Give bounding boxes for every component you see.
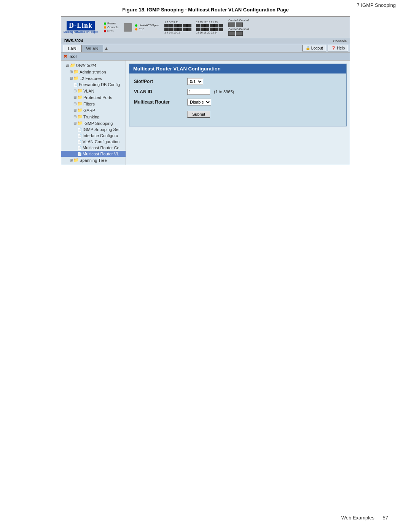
page-number: 57 — [383, 515, 388, 521]
multicast-router-label: Multicast Router — [134, 99, 187, 105]
sidebar-item-filters[interactable]: ⊞ 📁 Filters — [61, 101, 126, 107]
forwarding-doc-icon: 📄 — [73, 83, 78, 87]
sidebar-administration-label: Administration — [80, 70, 106, 74]
content-panel: Multicast Router VLAN Configuration Slot… — [126, 61, 350, 165]
sidebar-vlan-label: VLAN — [83, 89, 94, 93]
sidebar-iface-config-label: Interface Configura — [83, 133, 118, 138]
sidebar-item-multicast-router-vl[interactable]: 📄 Multicast Router VL — [61, 151, 126, 157]
slot-port-control: 0/1 0/2 0/3 — [187, 78, 203, 85]
combo1 — [228, 22, 235, 27]
garp-folder-icon: 📁 — [77, 108, 83, 113]
brand-text: D-Link — [67, 21, 95, 30]
garp-tree-icon: ⊞ — [73, 108, 76, 112]
port-10 — [178, 28, 182, 31]
submit-row: Submit — [134, 109, 342, 118]
sidebar-item-multicast-router-co[interactable]: 📄 Multicast Router Co — [61, 145, 126, 151]
vlan-id-input[interactable] — [187, 89, 210, 95]
st-tree-icon: ⊞ — [70, 158, 73, 162]
sidebar-item-protected-ports[interactable]: ⊞ 📁 Protected Ports — [61, 94, 126, 101]
port-8 — [169, 28, 173, 31]
led-group: Power Console RPS — [104, 22, 118, 33]
vlan-config-doc-icon: 📄 — [77, 140, 82, 144]
page-footer: Web Examples 57 — [341, 515, 388, 521]
sidebar-vlan-config-label: VLAN Configuration — [83, 139, 119, 144]
sidebar-item-vlan[interactable]: ⊞ 📁 VLAN — [61, 88, 126, 94]
tool-icon: ✖ — [64, 54, 67, 59]
sidebar-item-igmp-snooping[interactable]: ⊟ 📁 IGMP Snooping — [61, 120, 126, 126]
pp-tree-icon: ⊞ — [73, 95, 76, 99]
dlink-logo: D-Link Building Networks for People — [64, 21, 98, 34]
port-24 — [219, 28, 223, 31]
figure-caption: Figure 18. IGMP Snooping - Multicast Rou… — [0, 7, 411, 13]
sidebar-item-spanning-tree[interactable]: ⊞ 📁 Spanning Tree — [61, 157, 126, 163]
vlan-folder-icon: 📁 — [77, 88, 83, 93]
sidebar-item-interface-config[interactable]: 📄 Interface Configura — [61, 133, 126, 139]
l2-folder-icon: 📁 — [73, 76, 79, 81]
st-folder-icon: 📁 — [73, 158, 79, 163]
sidebar-root[interactable]: ⊟ 📁 DWS-3024 — [61, 62, 126, 69]
port-3 — [174, 24, 178, 27]
sidebar-item-administration[interactable]: ⊞ 📁 Administration — [61, 69, 126, 75]
power-led-dot — [104, 22, 106, 25]
admin-folder-icon: 📁 — [73, 69, 79, 74]
tabs-left: LAN WLAN ▲ — [63, 45, 109, 52]
slot-port-select[interactable]: 0/1 0/2 0/3 — [187, 78, 203, 85]
link-poe-group: Link/ACT/Spee PoE — [135, 24, 159, 31]
pp-folder-icon: 📁 — [77, 95, 83, 100]
port-7 — [164, 28, 169, 31]
vlan-id-label: VLAN ID — [134, 89, 187, 94]
sidebar-igmp-settings-label: IGMP Snooping Set — [83, 127, 119, 132]
logout-label: Logout — [311, 46, 323, 50]
vlan-tree-icon: ⊞ — [73, 89, 76, 93]
sidebar-item-forwarding[interactable]: 📄 Forwarding DB Config — [61, 81, 126, 88]
port-row-1 — [164, 24, 191, 27]
filters-tree-icon: ⊞ — [73, 102, 76, 106]
port-5 — [183, 24, 187, 27]
multicast-router-row: Multicast Router Disable Enable — [134, 99, 342, 105]
sidebar-l2-label: L2 Features — [80, 76, 102, 81]
submit-button[interactable]: Submit — [187, 111, 210, 118]
slot-port-label: Slot/Port — [134, 79, 187, 84]
combo1-row — [228, 22, 249, 27]
main-area: ⊟ 📁 DWS-3024 ⊞ 📁 Administration ⊟ 📁 L2 F… — [61, 61, 350, 165]
port-bottom-labels2: 141618202224 — [196, 31, 223, 34]
sidebar-trunking-label: Trunking — [83, 115, 99, 119]
tab-lan[interactable]: LAN — [63, 45, 81, 52]
footer-text: Web Examples — [341, 515, 374, 521]
console-led: Console — [104, 26, 118, 29]
port-11 — [183, 28, 187, 31]
port-top-labels2: 131517192123 — [196, 21, 223, 24]
rps-label: RPS — [107, 29, 113, 33]
tab-wlan[interactable]: WLAN — [81, 45, 104, 52]
sidebar-mc-router-co-label: Multicast Router Co — [83, 145, 119, 150]
sidebar-item-l2features[interactable]: ⊟ 📁 L2 Features — [61, 75, 126, 81]
tool-bar: ✖ Tool — [61, 53, 350, 61]
tab-bar: LAN WLAN ▲ 🔒 Logout ❓ Help — [61, 44, 350, 53]
sidebar-item-garp[interactable]: ⊞ 📁 GARP — [61, 107, 126, 113]
model-label: DWS-3024 — [64, 39, 83, 43]
config-form: Slot/Port 0/1 0/2 0/3 VLAN ID — [129, 73, 346, 126]
sidebar-st-label: Spanning Tree — [80, 158, 107, 163]
sidebar-item-trunking[interactable]: ⊞ 📁 Trunking — [61, 113, 126, 120]
config-title: Multicast Router VLAN Configuration — [129, 64, 346, 73]
port-12 — [187, 28, 191, 31]
combo1-label: Combo1/Combo2 — [228, 19, 249, 22]
logout-button[interactable]: 🔒 Logout — [302, 45, 327, 51]
mc-router-vl-doc-icon: 📄 — [77, 152, 82, 156]
port-row-4 — [196, 28, 223, 31]
chapter-header: 7 IGMP Snooping — [357, 2, 396, 8]
port-1 — [164, 24, 169, 27]
sidebar-garp-label: GARP — [83, 108, 95, 113]
admin-tree-icon: ⊞ — [70, 70, 73, 74]
screenshot-container: D-Link Building Networks for People Powe… — [61, 16, 350, 165]
sfp-icon — [124, 23, 132, 32]
multicast-router-select[interactable]: Disable Enable — [187, 99, 211, 105]
help-button[interactable]: ❓ Help — [328, 45, 348, 51]
sidebar-item-igmp-settings[interactable]: 📄 IGMP Snooping Set — [61, 126, 126, 133]
igmp-settings-doc-icon: 📄 — [77, 128, 82, 132]
port-2 — [169, 24, 173, 27]
port-14 — [201, 24, 205, 27]
igmp-tree-icon: ⊟ — [73, 121, 76, 125]
port-top-labels: 1357911 — [164, 21, 191, 24]
sidebar-item-vlan-config[interactable]: 📄 VLAN Configuration — [61, 139, 126, 145]
